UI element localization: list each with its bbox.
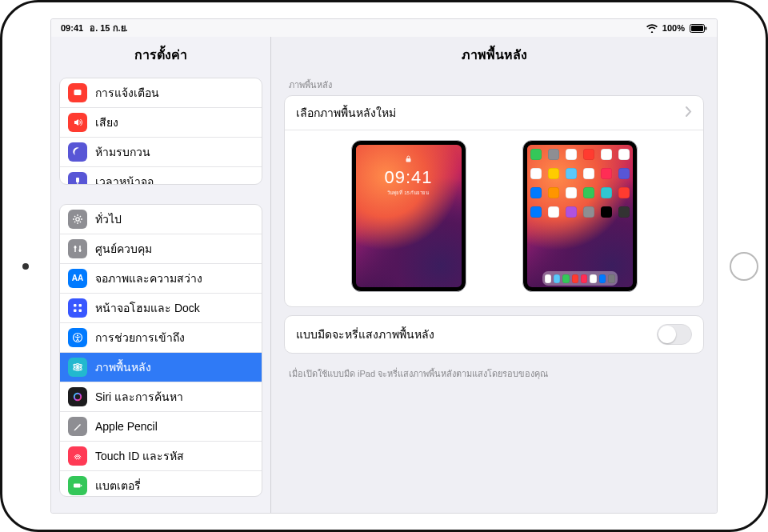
sidebar-item[interactable]: ภาพพื้นหลัง [60, 352, 262, 382]
app-icon [566, 206, 577, 218]
device-frame: 09:41 อ. 15 ก.ย. 100% การตั้งค่า การแ [0, 0, 768, 532]
svg-point-7 [78, 249, 81, 251]
svg-point-5 [76, 218, 79, 221]
app-icon [601, 187, 612, 198]
app-icon [530, 149, 542, 160]
dock-app-icon [590, 274, 596, 283]
home-button[interactable] [730, 252, 758, 281]
choose-new-wallpaper-row[interactable]: เลือกภาพพื้นหลังใหม่ [285, 96, 703, 130]
sidebar-item[interactable]: การแจ้งเตือน [60, 78, 262, 107]
app-icon [548, 168, 559, 179]
sidebar-item-label: Siri และการค้นหา [95, 388, 183, 406]
sidebar-item[interactable]: ทั่วไป [60, 205, 262, 234]
darkmode-card: แบบมืดจะหรี่แสงภาพพื้นหลัง [284, 315, 704, 354]
svg-rect-21 [406, 158, 411, 162]
sidebar-item[interactable]: Touch ID และรหัส [60, 441, 262, 470]
detail-title: ภาพพื้นหลัง [271, 37, 717, 74]
app-icon [566, 168, 577, 179]
dock-app-icon [545, 274, 551, 283]
homescreen-dock [542, 271, 618, 286]
sidebar-item-icon [68, 83, 87, 102]
sidebar-item[interactable]: การช่วยการเข้าถึง [60, 322, 262, 352]
app-icon [601, 206, 612, 218]
lockscreen-time: 09:41 [384, 167, 432, 188]
darkmode-dim-label: แบบมืดจะหรี่แสงภาพพื้นหลัง [296, 326, 434, 343]
app-icon [530, 187, 542, 198]
app-icon [601, 168, 612, 179]
section-label-wallpaper: ภาพพื้นหลัง [271, 74, 717, 95]
sidebar-group-2: ทั่วไปศูนย์ควบคุมAAจอภาพและความสว่างหน้า… [59, 204, 262, 497]
sidebar-item-label: เสียง [95, 114, 118, 131]
app-icon [566, 149, 577, 160]
svg-rect-19 [74, 483, 81, 487]
app-icon [583, 149, 594, 160]
app-icon [618, 149, 630, 160]
svg-point-13 [77, 334, 78, 336]
svg-point-14 [76, 366, 79, 369]
wallpaper-previews: 09:41 วันพุธที่ 15 กันยายน [285, 130, 703, 306]
homescreen-preview[interactable] [522, 140, 638, 292]
app-icon [548, 149, 559, 160]
sidebar-item-label: การช่วยการเข้าถึง [95, 329, 185, 346]
sidebar-item-icon [68, 446, 87, 466]
svg-rect-2 [706, 26, 707, 30]
dock-app-icon [562, 274, 569, 283]
svg-point-18 [74, 394, 81, 400]
darkmode-dim-toggle[interactable] [657, 324, 692, 345]
wifi-icon [646, 24, 658, 33]
sidebar-item-icon [68, 476, 87, 495]
app-icon [618, 187, 630, 198]
sidebar-item[interactable]: หน้าจอโฮมและ Dock [60, 293, 262, 322]
sidebar-item-label: ภาพพื้นหลัง [95, 358, 151, 376]
dock-app-icon [554, 274, 560, 283]
svg-point-6 [74, 246, 76, 248]
app-icon [530, 168, 542, 179]
sidebar-item-icon [68, 387, 87, 406]
dock-app-icon [608, 274, 614, 283]
homescreen-app-grid [530, 149, 630, 274]
svg-rect-1 [691, 26, 703, 31]
sidebar-item-icon [68, 239, 87, 258]
sidebar-item-icon [68, 172, 87, 185]
sidebar-item[interactable]: ห้ามรบกวน [60, 137, 262, 166]
sidebar-item-label: การแจ้งเตือน [95, 84, 159, 102]
chevron-right-icon [686, 106, 692, 119]
app-icon [601, 149, 612, 160]
sidebar-item[interactable]: AAจอภาพและความสว่าง [60, 263, 262, 293]
darkmode-help-text: เมื่อเปิดใช้แบบมืด iPad จะหรี่แสงภาพพื้น… [271, 362, 717, 381]
sidebar-item-label: ห้ามรบกวน [95, 143, 150, 161]
app-icon [583, 187, 594, 198]
sidebar-item-icon [68, 328, 87, 347]
dock-app-icon [572, 274, 578, 283]
wallpaper-card: เลือกภาพพื้นหลังใหม่ [284, 95, 704, 307]
sidebar-item[interactable]: เวลาหน้าจอ [60, 166, 262, 185]
sidebar-item-label: ทั่วไป [95, 210, 122, 228]
sidebar-item[interactable]: Apple Pencil [60, 411, 262, 441]
choose-new-wallpaper-label: เลือกภาพพื้นหลังใหม่ [296, 104, 396, 122]
lockscreen-preview[interactable]: 09:41 วันพุธที่ 15 กันยายน [351, 140, 466, 292]
battery-icon [690, 24, 707, 33]
sidebar-item[interactable]: Siri และการค้นหา [60, 382, 262, 411]
front-camera [22, 263, 29, 270]
sidebar-item-icon [68, 113, 87, 132]
sidebar-item[interactable]: แบตเตอรี่ [60, 470, 262, 497]
bezel: 09:41 อ. 15 ก.ย. 100% การตั้งค่า การแ [0, 0, 768, 532]
sidebar-item-icon [68, 358, 87, 377]
app-icon [548, 206, 559, 218]
svg-rect-11 [79, 309, 82, 312]
app-icon [566, 187, 577, 198]
svg-rect-20 [81, 485, 82, 486]
app-icon [583, 168, 594, 179]
svg-rect-4 [76, 178, 79, 182]
dock-app-icon [599, 274, 606, 283]
status-time: 09:41 [61, 23, 83, 33]
settings-sidebar: การตั้งค่า การแจ้งเตือนเสียงห้ามรบกวนเวล… [51, 37, 271, 513]
sidebar-item[interactable]: ศูนย์ควบคุม [60, 234, 262, 263]
sidebar-item-label: จอภาพและความสว่าง [95, 270, 202, 287]
sidebar-item-icon [68, 210, 87, 229]
sidebar-title: การตั้งค่า [51, 37, 270, 74]
app-icon [548, 187, 559, 198]
sidebar-group-1: การแจ้งเตือนเสียงห้ามรบกวนเวลาหน้าจอ [59, 78, 262, 185]
app-icon [583, 206, 594, 218]
sidebar-item[interactable]: เสียง [60, 107, 262, 137]
